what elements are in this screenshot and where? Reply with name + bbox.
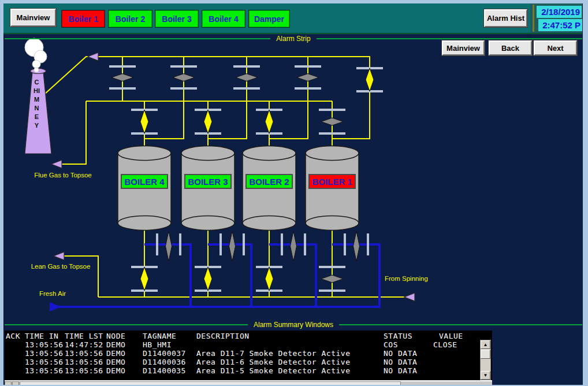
cell-tagname: D11400035 [143,366,186,375]
alarm-hist-button[interactable]: Alarm Hist [484,9,527,27]
boiler-2-plate-label: BOILER 2 [249,177,289,187]
scroll-down-icon: ▼ [483,373,488,378]
cell-description: Area D11-7 Smoke Detector Active [196,349,350,358]
fresh-air-label: Fresh Air [39,290,66,297]
alarm-horizontal-scrollbar[interactable] [5,381,492,386]
boiler-1-button-label: Boiler 1 [68,14,98,24]
mainview-button-label: Mainview [17,13,50,22]
cell-time-lst: 14:47:52 [65,340,103,349]
flue-gas-exit-arrow [51,160,62,168]
cell-node: DEMO [106,358,125,366]
nav-mainview-label: Mainview [446,44,480,53]
datetime-panel: 2/18/2019 2:47:52 P [530,3,582,33]
boiler-2-button[interactable]: Boiler 2 [108,10,152,28]
alarm-summary-label: Alarm Summary Windows [248,321,339,329]
nav-back-button[interactable]: Back [489,40,532,55]
damper-button[interactable]: Damper [248,10,290,28]
from-spinning-arrow [404,293,415,301]
cell-description: Area D11-5 Smoke Detector Active [196,366,350,375]
alarm-hist-button-label: Alarm Hist [487,14,524,23]
col-time-lst: TIME LST [65,332,103,340]
boiler-2-plate: BOILER 2 [245,174,293,189]
cell-tagname: D11400037 [143,349,186,358]
alarm-summary-table: ACK TIME IN TIME LST NODE TAGNAME DESCRI… [5,331,492,380]
boiler-3-plate: BOILER 3 [184,174,232,189]
cell-time-in: 13:05:56 [25,366,64,375]
scroll-up-icon: ▲ [483,342,488,347]
bottom-damper-open-b2 [256,266,282,292]
cell-status: NO DATA [384,358,417,366]
boiler-1-button[interactable]: Boiler 1 [61,10,105,28]
cell-time-in: 13:05:56 [25,340,64,349]
col-value: VALUE [439,332,463,340]
boiler-3-button[interactable]: Boiler 3 [155,10,199,28]
lean-gas-label: Lean Gas to Topsoe [26,263,95,270]
cell-time-lst: 13:05:56 [65,358,103,366]
col-time-in: TIME IN [25,332,58,340]
col-status: STATUS [384,332,412,340]
feed-damper-open-b2 [256,109,282,135]
cell-status: NO DATA [384,349,417,358]
boiler-3-plate-label: BOILER 3 [188,177,228,187]
date-display: 2/18/2019 [537,6,582,18]
scroll-left-button-2[interactable] [12,381,19,386]
divider-line [5,324,248,325]
boiler-3-button-label: Boiler 3 [162,14,191,24]
mainview-button[interactable]: Mainview [10,9,56,27]
hscrollbar-thumb[interactable] [20,381,401,386]
cell-value: CLOSE [433,340,457,349]
bottom-damper-open-b4 [131,266,158,292]
scroll-down-button[interactable]: ▼ [481,371,490,380]
alarm-vertical-scrollbar[interactable]: ▲ ▼ [480,340,491,380]
col-tagname: TAGNAME [143,332,176,340]
col-ack: ACK [6,332,20,340]
alarm-summary-divider: Alarm Summary Windows [5,321,582,329]
boiler-4-button[interactable]: Boiler 4 [202,10,245,28]
cell-node: DEMO [106,349,125,358]
feed-damper-open-b4 [131,109,158,135]
boiler-4-plate: BOILER 4 [121,174,168,189]
damper-button-label: Damper [254,14,284,24]
chimney-label: CHIMNEY [33,78,40,130]
feed-damper-open-b3 [195,109,221,135]
cell-tagname: HB_HMI [143,340,172,349]
cell-status: COS [384,340,398,349]
cell-node: DEMO [106,340,125,349]
from-spinning-label: From Spinning [385,275,428,282]
boiler-2-button-label: Boiler 2 [116,14,145,24]
cell-time-in: 13:05:56 [25,358,64,366]
divider-line [317,38,582,39]
flue-line-arrow [88,53,98,61]
bypass-damper-open [356,67,383,92]
air-damper-b3 [219,231,245,261]
col-node: NODE [106,332,125,340]
alarm-strip-label: Alarm Strip [270,35,316,43]
top-toolbar: Mainview Boiler 1 Boiler 2 Boiler 3 Boil… [3,3,582,34]
flue-gas-label: Flue Gas to Topsoe [29,172,97,179]
lean-gas-arrow [54,252,64,260]
nav-back-label: Back [501,44,519,53]
air-damper-b4 [156,231,181,261]
nav-mainview-button[interactable]: Mainview [442,40,485,55]
cell-node: DEMO [106,366,125,375]
boiler-4-button-label: Boiler 4 [209,14,238,24]
cell-tagname: D11400036 [143,358,186,366]
divider-line [5,38,270,39]
scroll-left-button[interactable] [5,381,12,386]
cell-description: Area D11-6 Smoke Detector Active [196,358,350,366]
boiler-1-plate-label: BOILER 1 [312,177,352,187]
scrollbar-thumb[interactable] [481,350,490,359]
scroll-up-button[interactable]: ▲ [481,340,490,349]
boiler-4-plate-label: BOILER 4 [124,177,164,187]
cell-time-in: 13:05:56 [25,349,64,358]
fresh-air-arrow [50,302,61,311]
cell-time-lst: 13:05:56 [65,366,103,375]
nav-next-button[interactable]: Next [534,40,577,55]
time-display: 2:47:52 P [538,19,582,31]
datetime-accent-stripe [533,5,534,32]
cell-time-lst: 13:05:56 [65,349,103,358]
col-description: DESCRIPTION [196,332,250,340]
air-damper-b1 [344,231,369,261]
air-damper-b2 [281,231,306,261]
boiler-1-plate: BOILER 1 [308,174,356,189]
